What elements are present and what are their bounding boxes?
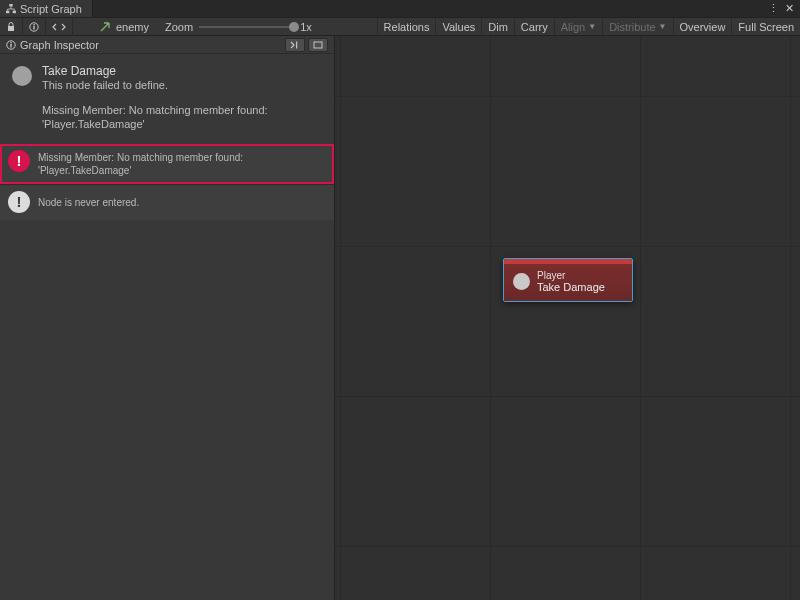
inspector-message-error[interactable]: ! Missing Member: No matching member fou…	[0, 144, 334, 184]
values-button[interactable]: Values	[435, 18, 481, 35]
svg-rect-1	[6, 10, 9, 13]
message-text: Missing Member: No matching member found…	[38, 150, 243, 177]
lock-button[interactable]	[0, 18, 23, 36]
chevron-down-icon: ▼	[659, 22, 667, 31]
align-dropdown[interactable]: Align▼	[554, 18, 602, 35]
toolbar: enemy Zoom 1x Relations Values Dim Carry…	[0, 18, 800, 36]
editor-window: Script Graph ⋮ ✕ enemy Zoom 1x	[0, 0, 800, 600]
chevron-down-icon: ▼	[588, 22, 596, 31]
info-button[interactable]	[23, 18, 46, 36]
code-icon	[52, 22, 66, 32]
carry-button[interactable]: Carry	[514, 18, 554, 35]
distribute-dropdown[interactable]: Distribute▼	[602, 18, 672, 35]
hierarchy-icon	[6, 4, 16, 14]
tab-bar: Script Graph ⋮ ✕	[0, 0, 800, 18]
graph-inspector-panel: Graph Inspector Take Damage This node fa…	[0, 36, 335, 600]
svg-rect-6	[33, 24, 34, 25]
svg-rect-2	[13, 10, 16, 13]
toolbar-right: Relations Values Dim Carry Align▼ Distri…	[377, 18, 800, 35]
lock-icon	[6, 22, 16, 32]
svg-rect-5	[33, 26, 34, 30]
info-badge-icon: !	[8, 191, 30, 213]
dim-button[interactable]: Dim	[481, 18, 514, 35]
code-button[interactable]	[46, 18, 73, 36]
window-menu-button[interactable]: ⋮	[768, 2, 779, 15]
info-icon	[6, 40, 16, 50]
tab-label: Script Graph	[20, 3, 82, 15]
body: Graph Inspector Take Damage This node fa…	[0, 36, 800, 600]
node-type-icon	[513, 273, 530, 290]
tab-script-graph[interactable]: Script Graph	[0, 0, 93, 17]
inspector-expand-button[interactable]	[308, 38, 328, 52]
error-icon: !	[8, 150, 30, 172]
zoom-label: Zoom	[165, 21, 193, 33]
node-subtitle: This node failed to define.	[42, 79, 322, 91]
svg-rect-9	[10, 42, 11, 43]
inspector-message-info[interactable]: ! Node is never entered.	[0, 184, 334, 220]
svg-rect-0	[9, 4, 12, 7]
info-icon	[29, 22, 39, 32]
window-close-button[interactable]: ✕	[785, 2, 794, 15]
zoom-slider-handle[interactable]	[289, 22, 299, 32]
fullscreen-button[interactable]: Full Screen	[731, 18, 800, 35]
target-icon	[99, 21, 111, 33]
inspector-title: Graph Inspector	[20, 39, 99, 51]
reference-picker[interactable]: enemy	[91, 21, 157, 33]
node-type-icon	[12, 66, 32, 86]
node-title: Take Damage	[42, 64, 322, 78]
relations-button[interactable]: Relations	[377, 18, 436, 35]
expand-icon	[313, 41, 323, 49]
window-buttons: ⋮ ✕	[762, 0, 800, 17]
message-text: Node is never entered.	[38, 191, 139, 209]
zoom-value: 1x	[300, 21, 312, 33]
graph-canvas[interactable]: Player Take Damage	[335, 36, 800, 600]
collapse-icon	[290, 41, 300, 49]
node-category: Player	[537, 270, 605, 281]
svg-rect-3	[8, 26, 14, 31]
overview-button[interactable]: Overview	[673, 18, 732, 35]
graph-node-take-damage[interactable]: Player Take Damage	[503, 258, 633, 302]
zoom-slider[interactable]	[199, 26, 294, 28]
inspector-node-header: Take Damage This node failed to define. …	[12, 64, 322, 132]
node-detail: Missing Member: No matching member found…	[42, 103, 322, 132]
node-name: Take Damage	[537, 281, 605, 293]
svg-rect-11	[314, 42, 322, 48]
svg-rect-10	[296, 41, 297, 48]
inspector-collapse-button[interactable]	[285, 38, 305, 52]
reference-label: enemy	[116, 21, 149, 33]
inspector-node-section: Take Damage This node failed to define. …	[0, 54, 334, 144]
inspector-header: Graph Inspector	[0, 36, 334, 54]
svg-rect-8	[10, 44, 11, 48]
zoom-control: Zoom 1x	[157, 21, 320, 33]
